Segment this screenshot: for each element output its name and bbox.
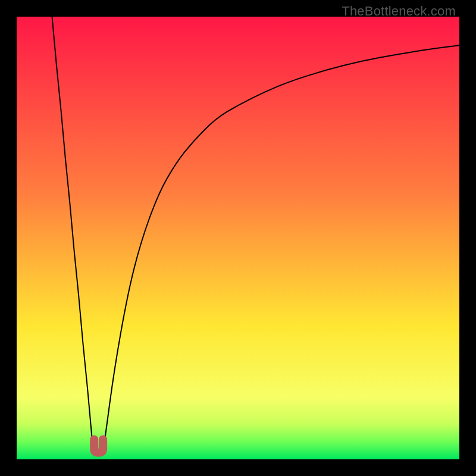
gradient-bg <box>17 17 459 459</box>
bottleneck-chart <box>17 17 459 459</box>
chart-frame <box>17 17 459 459</box>
